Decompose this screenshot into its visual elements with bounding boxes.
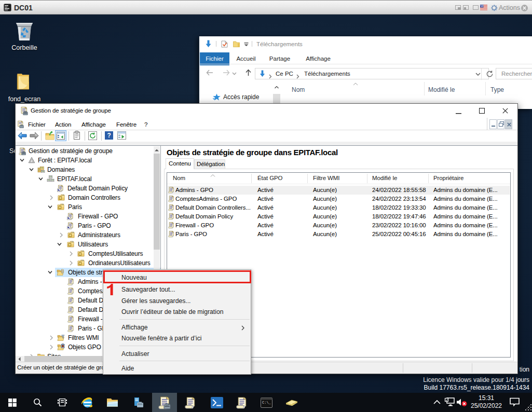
svg-text:C:\_: C:\_ bbox=[262, 401, 271, 405]
